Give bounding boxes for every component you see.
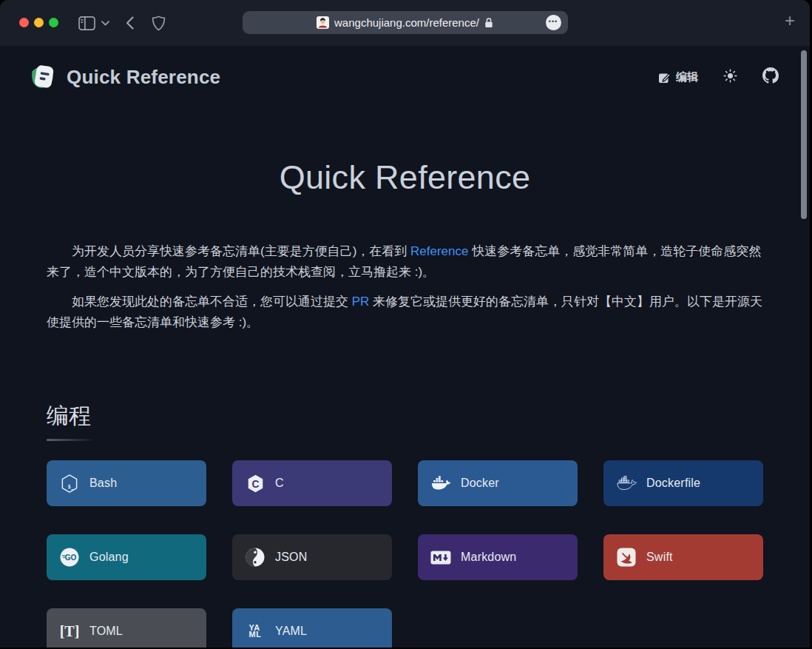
cheatsheet-card[interactable]: Dockerfile xyxy=(603,460,763,506)
card-label: YAML xyxy=(275,625,307,638)
swift-icon xyxy=(616,548,637,567)
scrollbar-thumb[interactable] xyxy=(801,50,807,219)
intro-paragraph-2: 如果您发现此处的备忘单不合适，您可以通过提交 PR 来修复它或提供更好的备忘清单… xyxy=(47,292,763,333)
card-label: Markdown xyxy=(461,551,516,564)
c-icon: C xyxy=(245,474,265,493)
chevron-down-icon xyxy=(101,21,109,26)
cards-grid: $_ Bash C C Docker Dockerfile GO Golang … xyxy=(0,460,810,648)
card-label: Docker xyxy=(461,477,499,490)
url-text: wangchujiang.com/reference/ xyxy=(334,16,479,29)
edit-link[interactable]: 编辑 xyxy=(658,70,698,84)
svg-text:GO: GO xyxy=(65,554,77,562)
github-icon xyxy=(762,67,779,84)
zoom-button[interactable] xyxy=(49,18,58,27)
minimize-button[interactable] xyxy=(34,18,44,27)
edit-label: 编辑 xyxy=(676,70,698,84)
address-bar[interactable]: wangchujiang.com/reference/ ••• xyxy=(243,11,568,34)
sidebar-toggle-button[interactable] xyxy=(78,0,95,46)
lock-icon xyxy=(484,17,493,28)
cheatsheet-card[interactable]: Docker xyxy=(418,460,578,506)
cheatsheet-card[interactable]: [T] TOML xyxy=(47,608,206,648)
cheatsheet-card[interactable]: GO Golang xyxy=(47,534,206,580)
page-content: Quick Reference 编辑 xyxy=(0,46,810,648)
card-label: Swift xyxy=(646,551,673,564)
intro-paragraph-1: 为开发人员分享快速参考备忘清单(主要是方便自己)，在看到 Reference 快… xyxy=(47,241,763,283)
browser-chrome: wangchujiang.com/reference/ ••• + xyxy=(0,0,810,46)
cheatsheet-card[interactable]: Swift xyxy=(603,534,763,580)
page-settings-button[interactable]: ••• xyxy=(546,15,561,30)
json-icon xyxy=(245,548,265,567)
cheatsheet-card[interactable]: $_ Bash xyxy=(47,460,206,506)
back-icon xyxy=(126,16,134,30)
golang-icon: GO xyxy=(59,548,80,567)
back-button[interactable] xyxy=(126,0,134,46)
site-favicon xyxy=(317,16,329,29)
markdown-icon xyxy=(430,551,451,565)
intro-text-segment: 为开发人员分享快速参考备忘清单(主要是方便自己)，在看到 xyxy=(72,244,410,258)
cheatsheet-card[interactable]: JSON xyxy=(232,534,392,580)
card-label: Dockerfile xyxy=(646,477,700,490)
close-button[interactable] xyxy=(19,18,29,27)
card-label: JSON xyxy=(275,551,307,564)
section-title: 编程 xyxy=(47,401,810,431)
sidebar-menu-button[interactable] xyxy=(101,0,109,46)
privacy-report-button[interactable] xyxy=(152,0,166,46)
browser-window: wangchujiang.com/reference/ ••• + xyxy=(0,0,810,648)
programming-section: 编程 $_ Bash C C Docker Dockerfile GO Gola… xyxy=(0,401,810,648)
intro-text: 为开发人员分享快速参考备忘清单(主要是方便自己)，在看到 Reference 快… xyxy=(47,241,763,333)
bash-icon: $_ xyxy=(59,474,80,493)
edit-icon xyxy=(658,71,671,84)
cheatsheet-card[interactable]: Markdown xyxy=(418,534,578,580)
intro-text-segment: 如果您发现此处的备忘单不合适，您可以通过提交 xyxy=(72,295,352,309)
page-title: Quick Reference xyxy=(0,158,810,197)
sun-icon xyxy=(723,69,737,83)
new-tab-button[interactable]: + xyxy=(785,12,795,30)
pr-link[interactable]: PR xyxy=(352,295,370,309)
docker-icon xyxy=(430,476,451,491)
reference-link[interactable]: Reference xyxy=(410,244,468,258)
card-label: C xyxy=(275,477,284,490)
site-header: Quick Reference 编辑 xyxy=(0,46,810,92)
theme-toggle[interactable] xyxy=(723,69,737,86)
logo-icon xyxy=(28,62,58,92)
card-label: TOML xyxy=(89,625,123,638)
toml-icon: [T] xyxy=(59,623,80,640)
cheatsheet-card[interactable]: C C xyxy=(232,460,392,506)
cheatsheet-card[interactable]: YAML YAML xyxy=(232,608,392,648)
dockerfile-icon xyxy=(616,476,637,491)
card-label: Golang xyxy=(89,551,129,564)
card-label: Bash xyxy=(89,477,117,490)
traffic-lights xyxy=(19,18,58,27)
ellipsis-icon: ••• xyxy=(549,19,558,25)
svg-text:$_: $_ xyxy=(68,482,75,489)
site-title: Quick Reference xyxy=(67,66,220,89)
sidebar-icon xyxy=(78,16,95,30)
svg-text:C: C xyxy=(251,477,259,489)
github-link[interactable] xyxy=(762,67,779,87)
section-title-underline xyxy=(47,439,95,441)
shield-icon xyxy=(152,16,166,31)
hero: Quick Reference xyxy=(0,158,810,197)
yaml-icon: YAML xyxy=(245,625,265,638)
site-brand[interactable]: Quick Reference xyxy=(28,62,220,92)
header-actions: 编辑 xyxy=(658,67,779,87)
